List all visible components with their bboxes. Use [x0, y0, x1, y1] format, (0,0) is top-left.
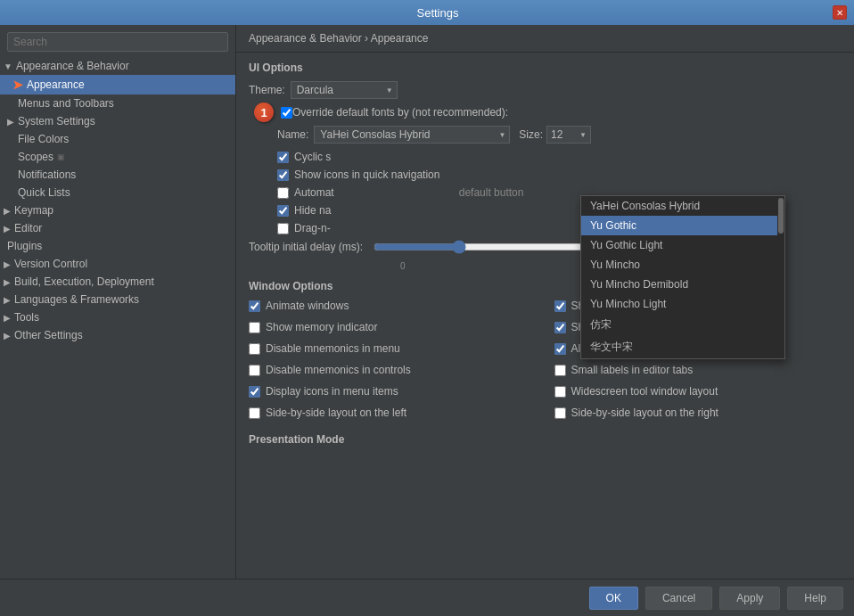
sidebar-item-languages-frameworks[interactable]: ▶ Languages & Frameworks [0, 291, 235, 308]
animate-windows-checkbox[interactable] [249, 300, 260, 312]
sidebar-item-editor[interactable]: ▶ Editor [0, 219, 235, 237]
theme-select[interactable]: Darcula [291, 81, 398, 99]
chevron-right-icon: ▶ [4, 259, 11, 269]
font-name-row: Name: YaHei Consolas Hybrid Size: 12 YaH… [277, 126, 842, 144]
dropdown-item-yu-mincho-demibold[interactable]: Yu Mincho Demibold [581, 275, 784, 294]
side-by-side-right-checkbox[interactable] [554, 407, 566, 419]
cancel-button[interactable]: Cancel [645, 587, 712, 610]
bottom-bar: OK Cancel Apply Help [0, 579, 854, 616]
side-by-side-left-checkbox[interactable] [249, 407, 260, 419]
dropdown-item-yu-mincho-light[interactable]: Yu Mincho Light [581, 294, 784, 314]
animate-windows-row: Animate windows [249, 300, 537, 312]
animate-windows-label: Animate windows [266, 300, 349, 312]
sidebar-item-other-settings[interactable]: ▶ Other Settings [0, 326, 235, 344]
show-icons-checkbox[interactable] [277, 169, 289, 181]
title-bar: Settings ✕ [0, 0, 854, 25]
sidebar-item-plugins[interactable]: Plugins [0, 237, 235, 255]
widescreen-label: Widescreen tool window layout [571, 385, 719, 398]
sidebar-section-appearance-behavior[interactable]: ▼ Appearance & Behavior [0, 57, 235, 75]
ui-options-label: UI Options [249, 62, 842, 74]
show-memory-label: Show memory indicator [266, 321, 377, 333]
override-row: 1 Override default fonts by (not recomme… [261, 106, 842, 119]
size-select[interactable]: 12 [546, 126, 591, 144]
allow-merging-checkbox[interactable] [554, 343, 566, 355]
main-container: ▼ Appearance & Behavior ➤ Appearance Men… [0, 25, 854, 579]
cyclic-checkbox[interactable] [277, 152, 289, 163]
show-icons-row: Show icons in quick navigation [277, 168, 842, 181]
drag-label: Drag-n- [294, 222, 331, 234]
display-icons-label: Display icons in menu items [266, 385, 398, 398]
apply-button[interactable]: Apply [719, 587, 780, 610]
step-1-badge: 1 [254, 103, 274, 122]
small-labels-row: Small labels in editor tabs [554, 364, 842, 376]
sidebar-item-system-settings[interactable]: ▶ System Settings [0, 112, 235, 130]
sidebar-item-quick-lists[interactable]: Quick Lists [0, 184, 235, 201]
sidebar-item-label: File Colors [18, 133, 69, 145]
sidebar-item-file-colors[interactable]: File Colors [0, 130, 235, 148]
sidebar-section-label: Languages & Frameworks [14, 293, 139, 306]
search-input[interactable] [7, 32, 228, 52]
show-icons-label: Show icons in quick navigation [294, 168, 439, 181]
sidebar-item-label: Appearance [27, 78, 85, 91]
chevron-right-icon: ▶ [7, 117, 14, 127]
chevron-right-icon: ▶ [4, 224, 11, 234]
default-button-label: default button [459, 186, 524, 199]
sidebar-item-notifications[interactable]: Notifications [0, 166, 235, 184]
sidebar-item-label: Menus and Toolbars [18, 97, 114, 110]
sidebar-item-menus-toolbars[interactable]: Menus and Toolbars [0, 94, 235, 112]
arrow-indicator-icon: ➤ [12, 78, 23, 92]
dropdown-item-yu-gothic-light[interactable]: Yu Gothic Light [581, 235, 784, 255]
sidebar-item-version-control[interactable]: ▶ Version Control [0, 255, 235, 273]
chevron-down-icon: ▼ [4, 62, 12, 71]
show-memory-checkbox[interactable] [249, 322, 260, 333]
dropdown-item-yu-mincho[interactable]: Yu Mincho [581, 255, 784, 275]
override-checkbox[interactable] [281, 107, 292, 119]
close-button[interactable]: ✕ [833, 5, 847, 20]
window-title: Settings [43, 6, 833, 20]
automat-checkbox[interactable] [277, 187, 289, 199]
display-icons-checkbox[interactable] [249, 386, 260, 398]
sidebar-item-appearance[interactable]: ➤ Appearance [0, 75, 235, 94]
sidebar-item-keymap[interactable]: ▶ Keymap [0, 201, 235, 219]
dropdown-item-fang-song[interactable]: 仿宋 [581, 314, 784, 336]
breadcrumb: Appearance & Behavior › Appearance [236, 25, 854, 53]
sidebar-item-build-execution[interactable]: ▶ Build, Execution, Deployment [0, 273, 235, 291]
help-button[interactable]: Help [787, 587, 843, 610]
sidebar-item-label: Quick Lists [18, 186, 70, 199]
hide-nav-label: Hide na [294, 204, 331, 217]
automat-label: Automat [294, 186, 334, 199]
dropdown-item-yu-gothic[interactable]: Yu Gothic [581, 216, 784, 235]
chevron-right-icon: ▶ [4, 295, 11, 305]
sidebar-section-label: Appearance & Behavior [16, 60, 129, 72]
sidebar-section-label: Editor [14, 222, 42, 234]
name-label: Name: [277, 128, 308, 141]
small-labels-checkbox[interactable] [554, 365, 566, 376]
dropdown-item-yahei[interactable]: YaHei Consolas Hybrid [581, 196, 784, 216]
disable-mnemonics-controls-checkbox[interactable] [249, 365, 260, 376]
ok-button[interactable]: OK [589, 587, 638, 610]
dropdown-item-hua-wen[interactable]: 华文中宋 [581, 336, 784, 358]
cyclic-label: Cyclic s [294, 151, 331, 163]
override-label: Override default fonts by (not recommend… [292, 106, 508, 119]
sidebar-item-scopes[interactable]: Scopes ▣ [0, 148, 235, 166]
show-tool-window-numbers-checkbox[interactable] [554, 322, 566, 333]
widescreen-checkbox[interactable] [554, 386, 566, 398]
drag-checkbox[interactable] [277, 223, 289, 234]
size-wrapper: 12 [546, 126, 591, 144]
theme-row: Theme: Darcula [249, 81, 842, 99]
sidebar-item-label: Plugins [7, 240, 42, 252]
small-labels-label: Small labels in editor tabs [571, 364, 694, 376]
side-by-side-right-label: Side-by-side layout on the right [571, 407, 719, 419]
font-name-select[interactable]: YaHei Consolas Hybrid [314, 126, 510, 144]
widescreen-row: Widescreen tool window layout [554, 385, 842, 398]
hide-nav-checkbox[interactable] [277, 205, 289, 217]
disable-mnemonics-menu-checkbox[interactable] [249, 343, 260, 355]
cyclic-row: Cyclic s [277, 151, 842, 163]
scopes-indicator: ▣ [57, 152, 65, 161]
disable-mnemonics-controls-label: Disable mnemonics in controls [266, 364, 411, 376]
show-tool-window-bars-checkbox[interactable] [554, 300, 566, 312]
chevron-right-icon: ▶ [4, 331, 11, 341]
sidebar-item-tools[interactable]: ▶ Tools [0, 308, 235, 326]
sidebar-section-label: Keymap [14, 204, 53, 217]
theme-label: Theme: [249, 84, 285, 96]
